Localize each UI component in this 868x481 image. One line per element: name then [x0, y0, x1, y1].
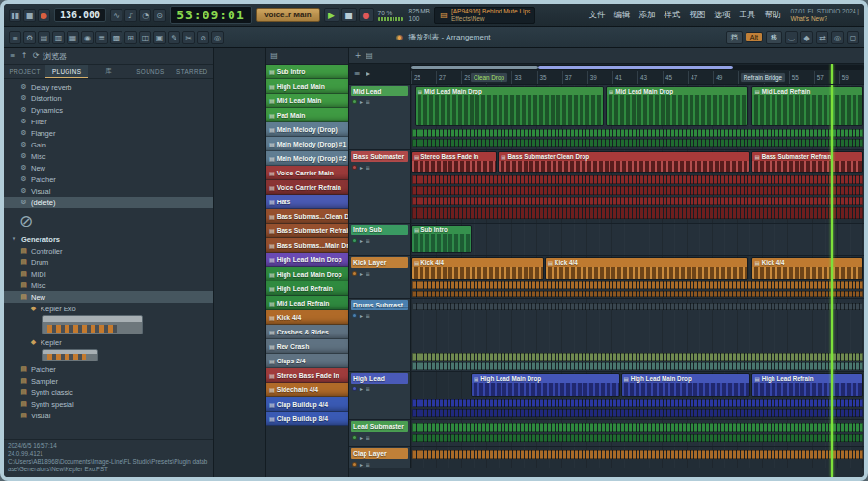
playhead-ruler[interactable] [831, 64, 833, 84]
browser-menu-icon[interactable]: ≡ [8, 49, 17, 63]
pattern-selector[interactable]: Voice..r Main [256, 8, 320, 22]
snap-magnet-icon[interactable]: ◡ [785, 31, 798, 44]
time-display[interactable]: 53:09:01 [170, 6, 252, 24]
pattern-item-high-lead-main-drop-13[interactable]: ▤High Lead Main Drop [266, 253, 348, 267]
picker-menu-icon[interactable]: ▤ [269, 49, 279, 63]
pattern-item-mid-lead-refrain-16[interactable]: ▤Mid Lead Refrain [266, 296, 348, 310]
track-expand-icon[interactable]: ▸ [360, 270, 363, 277]
pattern-lane[interactable] [412, 186, 863, 195]
track-menu-icon[interactable]: ≡ [366, 270, 370, 277]
ruler-main[interactable]: 252729313335373941434547495153555759 Cle… [411, 64, 864, 84]
playlist-clip-high-lead-refrain[interactable]: ▤High Lead Refrain [751, 373, 863, 397]
pattern-lane[interactable] [412, 175, 863, 184]
playlist-clip-high-lead-main-drop[interactable]: ▤High Lead Main Drop [471, 373, 620, 397]
track-lane-area[interactable]: ▤High Lead Main Drop▤High Lead Main Drop… [411, 372, 864, 419]
midi-keyboard-icon[interactable]: ▥ [52, 31, 65, 44]
timeline-marker-clean-drop[interactable]: Clean Drop [470, 72, 508, 83]
add-marker-icon[interactable]: ◆ [800, 31, 813, 44]
pattern-lane[interactable] [412, 129, 863, 137]
pattern-lane[interactable] [412, 362, 863, 370]
track-expand-icon[interactable]: ▸ [360, 434, 363, 441]
playlist-clip-mid-lead-refrain[interactable]: ▤Mid Lead Refrain [751, 86, 863, 126]
track-header-mid-lead[interactable]: Mid Lead▸≡ [349, 85, 411, 149]
pattern-lane[interactable] [412, 450, 863, 459]
track-mute-led[interactable] [352, 387, 357, 391]
browser-item-visual[interactable]: ⚙Visual [4, 185, 213, 197]
track-mute-led[interactable] [352, 99, 357, 104]
menu-item-1[interactable]: 编辑 [613, 10, 630, 21]
browser-item-delete[interactable]: ⚙(delete) [4, 197, 213, 208]
track-lane-area[interactable] [411, 299, 864, 371]
track-expand-icon[interactable]: ▸ [360, 312, 363, 319]
pattern-lane[interactable] [412, 353, 863, 361]
pattern-picker-toggle-icon[interactable]: ▤ [365, 49, 374, 63]
track-lane-area[interactable] [411, 447, 864, 468]
track-expand-icon[interactable]: ▸ [360, 386, 363, 392]
browser-tab-[interactable]: 库 [88, 65, 129, 78]
pattern-item-clap-buildup-8-4-24[interactable]: ▤Clap Buildup 8/4 [266, 412, 348, 426]
pattern-item-clap-buildup-4-4-23[interactable]: ▤Clap Buildup 4/4 [266, 397, 348, 412]
track-header-high-lead[interactable]: High Lead▸≡ [349, 372, 411, 419]
timeline-marker-refrain-bridge[interactable]: Refrain Bridge [740, 72, 786, 83]
track-mute-led[interactable] [352, 462, 357, 467]
browser-item-delay-reverb[interactable]: ⚙Delay reverb [4, 81, 213, 93]
browser-item-new[interactable]: ▤New [4, 291, 213, 303]
track-menu-icon[interactable]: ≡ [366, 461, 370, 468]
track-expand-icon[interactable]: ▸ [360, 237, 363, 244]
wrench-icon[interactable]: ⚙ [23, 31, 36, 44]
menu-item-6[interactable]: 工具 [739, 10, 755, 21]
song-mode-icon[interactable]: ♪ [124, 9, 137, 22]
tempo-display[interactable]: 136.000 [54, 8, 106, 22]
track-mute-led[interactable] [352, 165, 357, 170]
browser-item-new[interactable]: ⚙New [4, 162, 213, 174]
pause-icon[interactable]: ▮▮ [9, 9, 21, 22]
pattern-item-high-lead-main-1[interactable]: ▤High Lead Main [266, 79, 348, 94]
pattern-item-main-melody-drop-2-6[interactable]: ▤Main Melody (Drop) #2 [266, 151, 348, 166]
browser-toggle-icon[interactable]: ▣ [153, 31, 166, 44]
timeline-ruler[interactable]: ≡▸ 252729313335373941434547495153555759 … [349, 64, 864, 85]
pattern-item-high-lead-refrain-15[interactable]: ▤High Lead Refrain [266, 281, 348, 296]
detach-window-icon[interactable]: ▢ [847, 31, 859, 44]
playlist-body[interactable]: Mid Lead▸≡▤Mid Lead Main Drop▤Mid Lead M… [349, 85, 864, 477]
browser-item-synth-spesial[interactable]: ▤Synth spesial [4, 398, 213, 410]
track-header-kick-layer[interactable]: Kick Layer▸≡ [349, 256, 411, 298]
pattern-item-voice-carrier-main-7[interactable]: ▤Voice Carrier Main [266, 166, 348, 180]
menu-item-5[interactable]: 选项 [714, 10, 730, 21]
track-header-bass-submaster[interactable]: Bass Submaster▸≡ [349, 150, 411, 223]
pattern-item-main-melody-drop-4[interactable]: ▤Main Melody (Drop) [266, 122, 348, 137]
pattern-lane[interactable] [412, 197, 863, 205]
typing-keyboard-icon[interactable]: ▤ [38, 31, 50, 44]
pattern-mode-icon[interactable]: ∿ [110, 9, 122, 22]
browser-item-patcher[interactable]: ▤Patcher [4, 363, 213, 375]
menu-item-0[interactable]: 文件 [588, 10, 605, 21]
playhead-line[interactable] [831, 85, 833, 477]
menu-item-2[interactable]: 添加 [638, 10, 655, 21]
minimap-segment-0[interactable] [411, 66, 538, 69]
pattern-lane[interactable] [412, 139, 863, 147]
pattern-item-high-lead-main-drop-14[interactable]: ▤High Lead Main Drop [266, 267, 348, 281]
pattern-item-pad-main-3[interactable]: ▤Pad Main [266, 108, 348, 122]
piano-roll-icon[interactable]: ▩ [110, 31, 122, 44]
browser-tab-plugins[interactable]: PLUGINS [45, 65, 87, 78]
zoom-icon[interactable]: ◎ [831, 31, 844, 44]
browser-refresh-icon[interactable]: ⟳ [31, 49, 41, 63]
browser-item-flanger[interactable]: ⚙Flanger [4, 127, 213, 139]
track-menu-icon[interactable]: ≡ [366, 312, 370, 319]
browser-item-misc[interactable]: ⚙Misc [4, 150, 213, 162]
pattern-lane[interactable] [412, 409, 863, 417]
track-lane-area[interactable]: ▤Stereo Bass Fade In▤Bass Submaster Clea… [411, 150, 864, 223]
pattern-item-sub-intro-0[interactable]: ▤Sub Intro [266, 65, 348, 79]
track-menu-icon[interactable]: ≡ [366, 434, 370, 441]
pattern-lane[interactable] [412, 303, 863, 310]
browser-tab-project[interactable]: PROJECT [4, 65, 45, 78]
pattern-item-main-melody-drop-1-5[interactable]: ▤Main Melody (Drop) #1 [266, 137, 348, 151]
playlist-clip-kick-4-4[interactable]: ▤Kick 4/4 [545, 257, 749, 280]
ruler-options-icon[interactable]: ≡ [352, 67, 362, 81]
playlist-clip-high-lead-main-drop[interactable]: ▤High Lead Main Drop [621, 373, 750, 397]
track-expand-icon[interactable]: ▸ [360, 461, 363, 468]
pattern-lane[interactable] [412, 281, 863, 289]
browser-item-dynamics[interactable]: ⚙Dynamics [4, 104, 213, 116]
browser-item-filter[interactable]: ⚙Filter [4, 116, 213, 127]
track-lane-area[interactable] [411, 420, 864, 446]
track-mute-led[interactable] [352, 238, 357, 243]
